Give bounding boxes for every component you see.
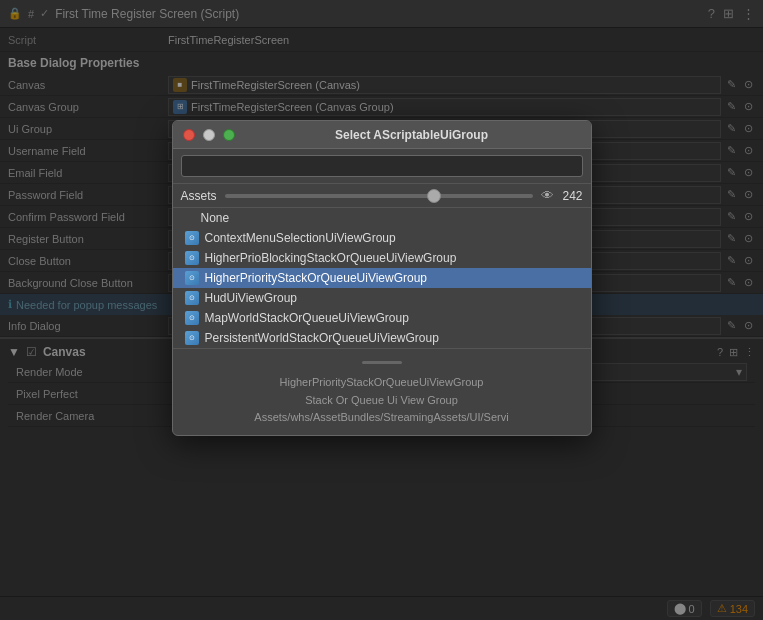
footer-title: HigherPriorityStackOrQueueUiViewGroup xyxy=(181,374,583,392)
footer-subtitle: Stack Or Queue Ui View Group xyxy=(181,392,583,410)
modal-item-list: None ⊙ ContextMenuSelectionUiViewGroup ⊙… xyxy=(173,208,591,348)
list-item-higher-priority-selected[interactable]: ⊙ HigherPriorityStackOrQueueUiViewGroup xyxy=(173,268,591,288)
search-input[interactable] xyxy=(181,155,583,177)
modal-minimize-button[interactable] xyxy=(203,129,215,141)
item-icon: ⊙ xyxy=(185,331,199,345)
zoom-slider-container xyxy=(225,194,534,198)
modal-titlebar: Select AScriptableUiGroup xyxy=(173,121,591,149)
list-item-higher-prio-blocking[interactable]: ⊙ HigherPrioBlockingStackOrQueueUiViewGr… xyxy=(173,248,591,268)
zoom-slider-thumb[interactable] xyxy=(427,189,441,203)
footer-divider xyxy=(362,361,402,364)
modal-search-area xyxy=(173,149,591,184)
eye-icon[interactable]: 👁 xyxy=(541,188,554,203)
modal-maximize-button[interactable] xyxy=(223,129,235,141)
modal-title: Select AScriptableUiGroup xyxy=(243,128,581,142)
item-icon: ⊙ xyxy=(185,231,199,245)
list-item-map-world[interactable]: ⊙ MapWorldStackOrQueueUiViewGroup xyxy=(173,308,591,328)
item-icon: ⊙ xyxy=(185,291,199,305)
item-icon: ⊙ xyxy=(185,251,199,265)
assets-bar: Assets 👁 242 xyxy=(173,184,591,208)
modal-overlay[interactable]: Select AScriptableUiGroup Assets 👁 242 N… xyxy=(0,0,763,620)
list-item-persistent-world[interactable]: ⊙ PersistentWorldStackOrQueueUiViewGroup xyxy=(173,328,591,348)
assets-count: 242 xyxy=(562,189,582,203)
footer-info: HigherPriorityStackOrQueueUiViewGroup St… xyxy=(181,374,583,427)
item-icon: ⊙ xyxy=(185,311,199,325)
list-item-none[interactable]: None xyxy=(173,208,591,228)
zoom-slider[interactable] xyxy=(225,194,534,198)
footer-path: Assets/whs/AssetBundles/StreamingAssets/… xyxy=(181,409,583,427)
modal-close-button[interactable] xyxy=(183,129,195,141)
list-item-hud[interactable]: ⊙ HudUiViewGroup xyxy=(173,288,591,308)
modal-footer: HigherPriorityStackOrQueueUiViewGroup St… xyxy=(173,348,591,435)
item-icon: ⊙ xyxy=(185,271,199,285)
assets-label: Assets xyxy=(181,189,217,203)
select-dialog: Select AScriptableUiGroup Assets 👁 242 N… xyxy=(172,120,592,436)
list-item-context-menu[interactable]: ⊙ ContextMenuSelectionUiViewGroup xyxy=(173,228,591,248)
